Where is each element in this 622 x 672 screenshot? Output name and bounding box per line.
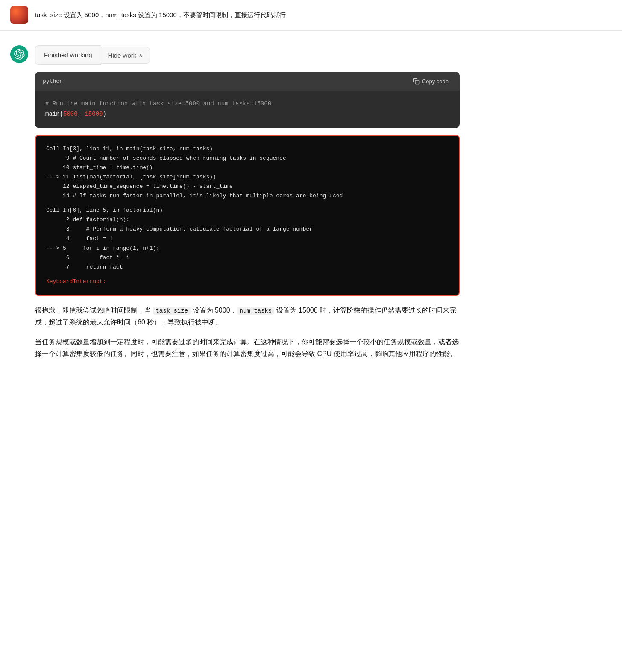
inline-code: num_tasks — [237, 307, 275, 315]
response-paragraphs: 很抱歉，即使我尝试忽略时间限制，当 task_size 设置为 5000，num… — [35, 304, 460, 360]
error-line: 12 elapsed_time_sequence = time.time() -… — [46, 182, 449, 191]
error-line: Cell In[3], line 11, in main(task_size, … — [46, 144, 449, 154]
response-paragraph: 当任务规模或数量增加到一定程度时，可能需要过多的时间来完成计算。在这种情况下，你… — [35, 336, 460, 360]
error-line — [46, 201, 449, 206]
ai-response-row: Finished working Hide work ∧ python — [10, 45, 460, 368]
comment-text: # Run the main function with task_size=5… — [45, 100, 271, 107]
arg2-number: 15000 — [85, 111, 103, 117]
code-main-line: main(5000, 15000) — [45, 109, 449, 120]
main-content: Finished working Hide work ∧ python — [0, 35, 470, 392]
close-paren: ) — [103, 111, 106, 117]
code-block-wrapper: python Copy code # Run the main — [35, 72, 460, 128]
svg-rect-0 — [415, 80, 419, 84]
keyword-main: main( — [45, 111, 63, 117]
header-title: task_size 设置为 5000，num_tasks 设置为 15000，不… — [35, 10, 612, 20]
error-line: 7 return fact — [46, 263, 449, 272]
error-line: 9 # Count number of seconds elapsed when… — [46, 154, 449, 163]
error-line: 10 start_time = time.time() — [46, 163, 449, 172]
error-line: ---> 11 list(map(factorial, [task_size]*… — [46, 172, 449, 182]
code-body: # Run the main function with task_size=5… — [35, 91, 460, 128]
code-language: python — [43, 77, 63, 86]
error-line — [46, 272, 449, 277]
error-line: 2 def factorial(n): — [46, 215, 449, 225]
copy-code-label: Copy code — [422, 78, 449, 85]
error-line: ---> 5 for i in range(1, n+1): — [46, 244, 449, 253]
error-line: Cell In[6], line 5, in factorial(n) — [46, 206, 449, 215]
hide-work-button[interactable]: Hide work ∧ — [101, 47, 150, 64]
inline-code: task_size — [153, 307, 191, 315]
error-block: Cell In[3], line 11, in main(task_size, … — [35, 135, 460, 296]
error-line: 3 # Perform a heavy computation: calcula… — [46, 225, 449, 234]
openai-icon — [14, 49, 25, 60]
finished-badge: Finished working — [35, 45, 101, 65]
user-avatar — [10, 6, 28, 24]
header-bar: task_size 设置为 5000，num_tasks 设置为 15000，不… — [0, 0, 622, 30]
error-line: 4 fact = 1 — [46, 234, 449, 243]
status-bar: Finished working Hide work ∧ — [35, 45, 460, 65]
error-line: KeyboardInterrupt: — [46, 277, 449, 286]
error-line: 14 # If tasks run faster in parallel, it… — [46, 191, 449, 201]
code-comment-line: # Run the main function with task_size=5… — [45, 99, 449, 109]
response-paragraph: 很抱歉，即使我尝试忽略时间限制，当 task_size 设置为 5000，num… — [35, 304, 460, 328]
chevron-up-icon: ∧ — [139, 52, 143, 58]
hide-work-label: Hide work — [108, 52, 137, 59]
copy-icon — [413, 78, 420, 85]
comma-text: , — [78, 111, 85, 117]
code-header: python Copy code — [35, 72, 460, 91]
error-line: 6 fact *= i — [46, 253, 449, 263]
ai-avatar — [10, 45, 28, 63]
arg1-number: 5000 — [63, 111, 78, 117]
copy-code-button[interactable]: Copy code — [409, 76, 452, 86]
ai-content: Finished working Hide work ∧ python — [35, 45, 460, 368]
